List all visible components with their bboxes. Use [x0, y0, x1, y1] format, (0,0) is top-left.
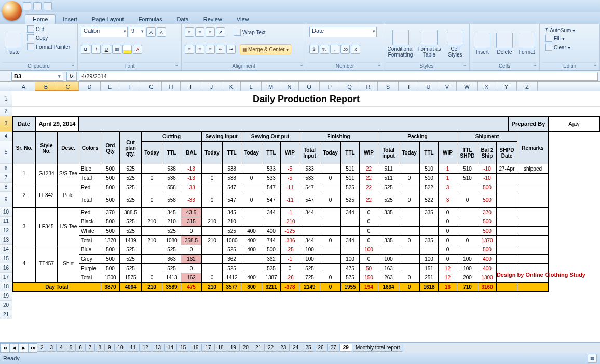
increase-decimal-button[interactable]: .00	[340, 45, 350, 54]
redo-icon[interactable]	[44, 2, 52, 10]
row-header-17[interactable]: 17	[0, 273, 12, 282]
font-color-button[interactable]: A	[133, 45, 142, 54]
sheet-tab-2[interactable]: 2	[37, 344, 47, 352]
comma-button[interactable]: ,	[330, 45, 339, 54]
row-header-9[interactable]: 9	[0, 192, 12, 207]
borders-button[interactable]: ▦	[112, 45, 121, 54]
sheet-tab-20[interactable]: 20	[239, 344, 252, 352]
row-header-11[interactable]: 11	[0, 217, 12, 226]
row-header-20[interactable]: 20	[0, 301, 12, 310]
sheet-tab-13[interactable]: 13	[152, 344, 165, 352]
sheet-tab-29[interactable]: 29	[339, 344, 352, 352]
select-all-corner[interactable]	[0, 82, 12, 91]
sheet-tab-16[interactable]: 16	[189, 344, 202, 352]
col-header-F[interactable]: F	[119, 82, 141, 91]
col-header-C[interactable]: C	[57, 82, 79, 91]
row-header-8[interactable]: 8	[0, 183, 12, 192]
sheet-tab-11[interactable]: 11	[127, 344, 140, 352]
col-header-Y[interactable]: Y	[496, 82, 517, 91]
col-header-E[interactable]: E	[101, 82, 119, 91]
row-header-10[interactable]: 10	[0, 207, 12, 217]
sheet-tab-8[interactable]: 8	[94, 344, 105, 352]
autosum-button[interactable]: ΣAutoSum▾	[543, 27, 596, 34]
align-left-button[interactable]: ≡	[185, 45, 194, 54]
sheet-tab-23[interactable]: 23	[277, 344, 290, 352]
cut-button[interactable]: Cut	[25, 25, 72, 33]
row-header-14[interactable]: 14	[0, 245, 12, 254]
sheet-tab-12[interactable]: 12	[139, 344, 152, 352]
sheet-tab-6[interactable]: 6	[75, 344, 86, 352]
align-center-button[interactable]: ≡	[195, 45, 204, 54]
delete-cells-button[interactable]: Delete	[494, 25, 515, 62]
tab-review[interactable]: Review	[196, 15, 229, 24]
align-middle-button[interactable]: ≡	[195, 27, 204, 37]
row-header-21[interactable]: 21	[0, 310, 12, 319]
row-header-13[interactable]: 13	[0, 235, 12, 245]
paste-button[interactable]: Paste	[2, 25, 24, 62]
row-header-12[interactable]: 12	[0, 226, 12, 235]
sheet-tab-Monthly-total--report[interactable]: Monthly total report	[352, 344, 404, 352]
font-size-combo[interactable]: 9	[129, 27, 145, 37]
formula-input[interactable]: 4/29/2014	[79, 72, 598, 81]
increase-indent-button[interactable]: ⇥	[226, 45, 236, 54]
row-header-7[interactable]: 7	[0, 173, 12, 183]
sheet-tab-18[interactable]: 18	[214, 344, 227, 352]
row-header-5[interactable]: 5	[0, 141, 12, 164]
col-header-A[interactable]: A	[12, 82, 35, 91]
col-header-R[interactable]: R	[359, 82, 378, 91]
number-format-combo[interactable]: Date	[309, 27, 377, 37]
merge-center-button[interactable]: ▦Merge & Center▾	[240, 44, 291, 54]
bold-button[interactable]: B	[81, 45, 90, 54]
col-header-I[interactable]: I	[181, 82, 201, 91]
sheet-tab-21[interactable]: 21	[252, 344, 265, 352]
col-header-O[interactable]: O	[299, 82, 320, 91]
row-header-1[interactable]: 1	[0, 91, 12, 107]
orientation-button[interactable]: ↗	[216, 27, 225, 37]
col-header-M[interactable]: M	[262, 82, 280, 91]
sheet-tab-25[interactable]: 25	[302, 344, 315, 352]
row-header-3[interactable]: 3	[0, 116, 12, 132]
col-header-V[interactable]: V	[438, 82, 457, 91]
sheet-tab-3[interactable]: 3	[47, 344, 57, 352]
col-header-T[interactable]: T	[399, 82, 419, 91]
col-header-W[interactable]: W	[457, 82, 478, 91]
format-cells-button[interactable]: Format	[516, 25, 537, 62]
sheet-tab-10[interactable]: 10	[114, 344, 127, 352]
first-sheet-button[interactable]: ⏮	[0, 343, 9, 353]
name-box[interactable]: B3	[11, 72, 63, 81]
percent-button[interactable]: %	[320, 45, 329, 54]
col-header-L[interactable]: L	[241, 82, 262, 91]
col-header-N[interactable]: N	[280, 82, 299, 91]
fill-button[interactable]: Fill▾	[543, 34, 596, 43]
col-header-U[interactable]: U	[419, 82, 438, 91]
col-header-X[interactable]: X	[478, 82, 496, 91]
currency-button[interactable]: $	[309, 45, 319, 54]
sheet-tab-26[interactable]: 26	[315, 344, 328, 352]
sheet-tab-24[interactable]: 24	[289, 344, 302, 352]
clear-button[interactable]: Clear▾	[543, 43, 596, 51]
align-top-button[interactable]: ≡	[185, 27, 194, 37]
sheet-tab-19[interactable]: 19	[227, 344, 240, 352]
cell-styles-button[interactable]: Cell Styles	[444, 25, 467, 62]
col-header-G[interactable]: G	[141, 82, 162, 91]
sheet-tab-5[interactable]: 5	[66, 344, 76, 352]
col-header-H[interactable]: H	[162, 82, 181, 91]
sheet-tab-17[interactable]: 17	[201, 344, 214, 352]
align-right-button[interactable]: ≡	[206, 45, 215, 54]
tab-data[interactable]: Data	[169, 15, 196, 24]
shrink-font-button[interactable]: A	[157, 27, 166, 37]
sheet-tab-22[interactable]: 22	[264, 344, 277, 352]
save-icon[interactable]	[23, 2, 31, 10]
sheet-tab-27[interactable]: 27	[327, 344, 340, 352]
row-header-6[interactable]: 6	[0, 164, 12, 173]
tab-page-layout[interactable]: Page Layout	[85, 15, 131, 24]
tab-home[interactable]: Home	[25, 14, 56, 24]
spreadsheet-grid[interactable]: ABCDEFGHIJKLMNOPQRSTUVWXYZ 1234567891011…	[0, 82, 600, 353]
row-header-4[interactable]: 4	[0, 132, 12, 141]
row-header-19[interactable]: 19	[0, 291, 12, 301]
last-sheet-button[interactable]: ⏭	[28, 343, 37, 353]
col-header-J[interactable]: J	[201, 82, 222, 91]
col-header-D[interactable]: D	[79, 82, 101, 91]
office-button[interactable]	[2, 1, 22, 21]
row-header-18[interactable]: 18	[0, 282, 12, 291]
